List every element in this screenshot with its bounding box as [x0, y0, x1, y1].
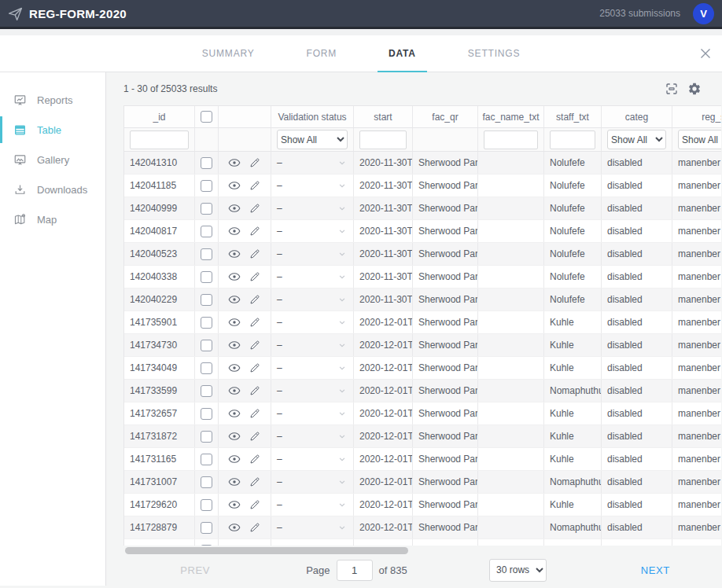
cell-validation-status[interactable]: –: [271, 311, 354, 333]
row-checkbox[interactable]: [201, 180, 212, 192]
eye-icon[interactable]: [228, 384, 241, 397]
eye-icon[interactable]: [228, 521, 241, 534]
cell-validation-status[interactable]: –: [271, 152, 354, 174]
cell-validation-status[interactable]: –: [271, 448, 354, 470]
pencil-icon[interactable]: [249, 544, 261, 546]
column-header-fac-name[interactable]: fac_name_txt: [478, 106, 544, 127]
sidebar-item-downloads[interactable]: Downloads: [0, 175, 105, 204]
row-checkbox[interactable]: [201, 271, 212, 283]
row-checkbox[interactable]: [201, 248, 212, 260]
filter-reg-su-select[interactable]: Show All: [678, 130, 721, 149]
eye-icon[interactable]: [228, 362, 241, 374]
cell-validation-status[interactable]: –: [271, 197, 354, 219]
pencil-icon[interactable]: [249, 407, 261, 420]
eye-icon[interactable]: [228, 202, 241, 215]
expand-frame-icon[interactable]: [665, 82, 679, 96]
eye-icon[interactable]: [228, 270, 241, 283]
eye-icon[interactable]: [228, 498, 241, 511]
row-checkbox[interactable]: [201, 294, 212, 306]
pencil-icon[interactable]: [249, 384, 261, 397]
tab-settings[interactable]: SETTINGS: [465, 35, 523, 72]
eye-icon[interactable]: [228, 544, 241, 546]
tab-data[interactable]: DATA: [385, 35, 419, 72]
eye-icon[interactable]: [228, 179, 241, 192]
row-checkbox[interactable]: [201, 362, 212, 374]
column-header-validation[interactable]: Validation status: [271, 106, 354, 127]
filter-id-input[interactable]: [130, 130, 189, 149]
cell-validation-status[interactable]: –: [271, 471, 354, 493]
row-checkbox[interactable]: [201, 499, 212, 511]
row-checkbox[interactable]: [201, 203, 212, 215]
sidebar-item-table[interactable]: Table: [0, 115, 105, 145]
filter-categ-select[interactable]: Show All: [607, 130, 666, 149]
pencil-icon[interactable]: [249, 316, 261, 329]
user-avatar[interactable]: V: [693, 3, 714, 24]
pencil-icon[interactable]: [249, 476, 261, 488]
filter-validation-select[interactable]: Show All: [277, 130, 348, 149]
next-button[interactable]: NEXT: [641, 564, 670, 576]
cell-validation-status[interactable]: –: [271, 539, 354, 546]
cell-validation-status[interactable]: –: [271, 288, 354, 311]
row-checkbox[interactable]: [201, 545, 212, 546]
eye-icon[interactable]: [228, 316, 241, 329]
tab-summary[interactable]: SUMMARY: [199, 35, 258, 72]
row-checkbox[interactable]: [201, 157, 212, 169]
cell-validation-status[interactable]: –: [271, 220, 354, 242]
cell-validation-status[interactable]: –: [271, 357, 354, 379]
cell-validation-status[interactable]: –: [271, 266, 354, 288]
pencil-icon[interactable]: [249, 248, 261, 260]
row-checkbox[interactable]: [201, 476, 212, 488]
eye-icon[interactable]: [228, 156, 241, 169]
column-header-staff[interactable]: staff_txt: [544, 106, 602, 127]
cell-validation-status[interactable]: –: [271, 380, 354, 402]
row-checkbox[interactable]: [201, 454, 212, 465]
eye-icon[interactable]: [228, 225, 241, 237]
cell-validation-status[interactable]: –: [271, 402, 354, 424]
filter-staff-input[interactable]: [550, 130, 595, 149]
tab-form[interactable]: FORM: [304, 35, 341, 72]
pencil-icon[interactable]: [249, 270, 261, 283]
eye-icon[interactable]: [228, 248, 241, 260]
sidebar-item-map[interactable]: Map: [0, 204, 105, 234]
pencil-icon[interactable]: [249, 179, 261, 192]
sidebar-item-reports[interactable]: Reports: [0, 85, 105, 115]
row-checkbox[interactable]: [201, 431, 212, 443]
row-checkbox[interactable]: [201, 226, 212, 237]
pencil-icon[interactable]: [249, 430, 261, 443]
eye-icon[interactable]: [228, 293, 241, 306]
gear-icon[interactable]: [687, 82, 702, 96]
row-checkbox[interactable]: [201, 385, 212, 397]
pencil-icon[interactable]: [249, 293, 261, 306]
pencil-icon[interactable]: [249, 521, 261, 534]
column-header-fac-qr[interactable]: fac_qr: [413, 106, 478, 127]
pencil-icon[interactable]: [249, 202, 261, 215]
cell-validation-status[interactable]: –: [271, 175, 354, 197]
pencil-icon[interactable]: [249, 453, 261, 465]
pencil-icon[interactable]: [249, 362, 261, 374]
cell-validation-status[interactable]: –: [271, 494, 354, 516]
filter-start-input[interactable]: [359, 130, 407, 149]
cell-validation-status[interactable]: –: [271, 334, 354, 356]
column-header-id[interactable]: _id: [124, 106, 195, 127]
column-header-start[interactable]: start: [354, 106, 413, 127]
column-header-categ[interactable]: categ: [602, 106, 672, 127]
pencil-icon[interactable]: [249, 339, 261, 351]
eye-icon[interactable]: [228, 476, 241, 488]
filter-fac-name-input[interactable]: [484, 130, 538, 149]
row-checkbox[interactable]: [201, 340, 212, 351]
eye-icon[interactable]: [228, 407, 241, 420]
rows-per-page-select[interactable]: 30 rows: [489, 559, 547, 582]
eye-icon[interactable]: [228, 339, 241, 351]
row-checkbox[interactable]: [201, 317, 212, 329]
pencil-icon[interactable]: [249, 156, 261, 169]
prev-button[interactable]: PREV: [180, 564, 210, 576]
close-icon[interactable]: [697, 45, 714, 62]
row-checkbox[interactable]: [201, 522, 212, 534]
select-all-checkbox[interactable]: [201, 111, 212, 123]
cell-validation-status[interactable]: –: [271, 425, 354, 447]
page-number-input[interactable]: [337, 560, 373, 581]
row-checkbox[interactable]: [201, 408, 212, 420]
pencil-icon[interactable]: [249, 498, 261, 511]
sidebar-item-gallery[interactable]: Gallery: [0, 145, 105, 175]
scrollbar-thumb[interactable]: [125, 547, 408, 554]
